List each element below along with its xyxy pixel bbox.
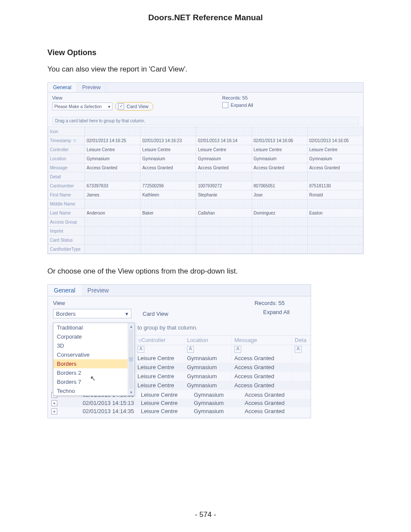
card-cell: 02/01/2013 14:16:06 (252, 136, 307, 145)
card-cell (196, 218, 252, 227)
scroll-down-icon[interactable]: ▾ (130, 390, 132, 395)
group-by-hint[interactable]: Drag a card label here to group by that … (52, 117, 359, 125)
dropdown-scrollbar[interactable]: ▴ ▾ (128, 323, 134, 395)
cell: Gymnasium (194, 400, 241, 406)
card-row-label: Location (48, 154, 85, 163)
view-label-2: View (53, 300, 168, 306)
card-cell (140, 199, 196, 208)
dropdown-option[interactable]: Corporate (53, 332, 128, 341)
col-message[interactable]: Message (232, 336, 292, 345)
card-cell: Jose (252, 190, 307, 199)
card-cell (140, 245, 196, 254)
card-cell: Baker (140, 208, 196, 218)
cell (292, 381, 309, 390)
mid-text: Or choose one of the View options from t… (47, 267, 364, 276)
table-row[interactable]: Leisure CentreGymnasiumAccess Granted (135, 363, 311, 372)
card-row-label: Imprint (48, 227, 85, 236)
filter-row: A A A A (135, 345, 311, 354)
filter-icon: A (234, 346, 241, 353)
filter-controller[interactable]: A (135, 345, 184, 354)
card-cell (252, 127, 307, 136)
filter-icon: A (187, 346, 194, 353)
card-cell (196, 236, 252, 245)
card-cell (196, 172, 252, 181)
card-cell: James (85, 190, 140, 199)
card-view-checkbox[interactable]: ✓ (118, 103, 124, 109)
tab-general-2[interactable]: General (48, 285, 81, 296)
cell: Leisure Centre (135, 372, 184, 381)
card-cell (307, 218, 363, 227)
tab-general[interactable]: General (48, 83, 77, 92)
view-select-2[interactable]: Borders ▾ (53, 309, 131, 318)
card-cell (140, 227, 196, 236)
card-cell (85, 199, 140, 208)
screenshot-view-dropdown: General Preview View Borders ▾ Card View… (47, 284, 311, 418)
records-label-2: Records: 55 (255, 300, 290, 306)
card-cell (140, 172, 196, 181)
tab-preview-2[interactable]: Preview (81, 285, 115, 296)
card-cell (252, 227, 307, 236)
card-cell: Gymnasium (85, 154, 140, 163)
dropdown-option[interactable]: 3D (53, 341, 128, 350)
filter-icon: A (295, 346, 302, 353)
card-cell: Ronald (307, 190, 363, 199)
card-cell (252, 218, 307, 227)
card-cell (252, 236, 307, 245)
table-row[interactable]: Leisure CentreGymnasiumAccess Granted (135, 372, 311, 381)
card-view-label: Card View (127, 104, 149, 109)
table-row[interactable]: Leisure CentreGymnasiumAccess Granted (135, 381, 311, 390)
view-select[interactable]: Please Make a Selection ▾ (52, 103, 112, 110)
filter-message[interactable]: A (232, 345, 292, 354)
scroll-up-icon[interactable]: ▴ (130, 324, 132, 329)
col-detail[interactable]: Deta (292, 336, 309, 345)
cell: Leisure Centre (135, 354, 184, 363)
chevron-down-icon: ▾ (108, 104, 110, 109)
view-label: View (52, 95, 153, 100)
intro-text: You can also view the report in 'Card Vi… (47, 65, 364, 74)
view-dropdown[interactable]: TraditionalCorporate3DConservativeBorder… (53, 323, 135, 396)
dropdown-option[interactable]: Borders (53, 359, 128, 368)
card-cell (196, 245, 252, 254)
sort-icon: ▽ (73, 139, 76, 143)
card-view-highlight: ✓ Card View (115, 102, 153, 111)
expand-icon[interactable]: + (51, 400, 57, 406)
card-cell: 875181130 (307, 181, 363, 190)
cell: Access Granted (245, 392, 305, 398)
tab-preview[interactable]: Preview (77, 83, 106, 92)
card-cell: Gymnasium (252, 154, 307, 163)
scroll-thumb[interactable] (129, 357, 133, 361)
manual-title: Doors.NET Reference Manual (47, 13, 364, 22)
card-cell (252, 199, 307, 208)
cell: Access Granted (245, 408, 305, 414)
col-location[interactable]: Location (184, 336, 232, 345)
table-row[interactable]: +02/01/2013 14:15:13Leisure CentreGymnas… (51, 399, 311, 407)
view-select-value: Please Make a Selection (54, 104, 102, 109)
expand-icon[interactable]: + (51, 408, 57, 414)
card-cell (85, 172, 140, 181)
filter-detail[interactable]: A (292, 345, 309, 354)
cell: Leisure Centre (135, 381, 184, 390)
card-cell (196, 199, 252, 208)
table-row[interactable]: +02/01/2013 14:14:35Leisure CentreGymnas… (51, 407, 311, 415)
group-by-hint-2[interactable]: to group by that column. (135, 323, 311, 335)
expand-all-checkbox[interactable] (222, 102, 228, 108)
table-row[interactable]: Leisure CentreGymnasiumAccess Granted (135, 354, 311, 363)
card-cell: Leisure Centre (307, 145, 363, 154)
dropdown-option[interactable]: Traditional (53, 323, 128, 332)
section-title: View Options (47, 48, 364, 57)
expand-all-label: Expand All (231, 103, 253, 108)
expand-all-checkbox-2[interactable] (255, 309, 261, 315)
dropdown-option[interactable]: Conservative (53, 350, 128, 359)
dropdown-option[interactable]: Techno (53, 386, 128, 395)
cell (292, 354, 309, 363)
card-cell (307, 245, 363, 254)
card-cell (307, 127, 363, 136)
card-view-checkbox-2[interactable] (134, 311, 140, 317)
card-cell: Easton (307, 208, 363, 218)
card-row-label: Controller (48, 145, 85, 154)
cell: Access Granted (232, 354, 292, 363)
col-controller[interactable]: ▽Controller (135, 336, 184, 345)
cell: Access Granted (232, 363, 292, 372)
card-cell (307, 172, 363, 181)
filter-location[interactable]: A (184, 345, 232, 354)
